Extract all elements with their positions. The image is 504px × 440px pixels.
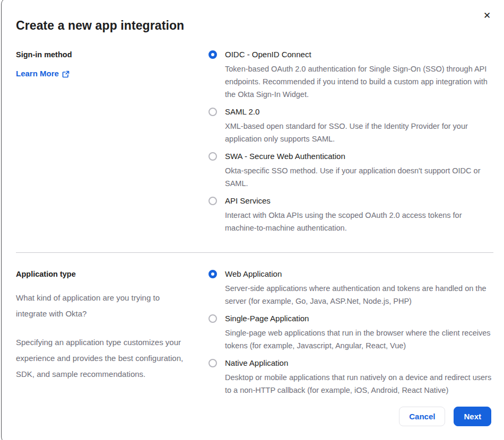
option-label[interactable]: Web Application bbox=[225, 268, 492, 280]
radio-option-spa[interactable]: Single-Page Application Single-page web … bbox=[208, 313, 492, 352]
option-description: Single-page web applications that run in… bbox=[225, 327, 492, 352]
dialog-footer: Cancel Next bbox=[399, 407, 491, 426]
radio-option-swa[interactable]: SWA - Secure Web Authentication Okta-spe… bbox=[208, 151, 492, 190]
radio-button-swa[interactable] bbox=[208, 152, 217, 161]
close-icon[interactable]: ✕ bbox=[481, 10, 493, 22]
option-label[interactable]: SWA - Secure Web Authentication bbox=[225, 151, 492, 162]
option-description: Okta-specific SSO method. Use if your ap… bbox=[225, 164, 492, 190]
signin-method-radio-group: OIDC - OpenID Connect Token-based OAuth … bbox=[208, 49, 493, 234]
radio-option-native-app[interactable]: Native Application Desktop or mobile app… bbox=[208, 357, 492, 397]
section-divider bbox=[16, 252, 493, 253]
option-description: Desktop or mobile applications that run … bbox=[225, 371, 492, 397]
signin-method-section: Sign-in method Learn More bbox=[16, 49, 493, 234]
option-description: XML-based open standard for SSO. Use if … bbox=[225, 120, 492, 145]
learn-more-label: Learn More bbox=[16, 68, 59, 79]
cancel-button[interactable]: Cancel bbox=[399, 407, 445, 426]
radio-option-api-services[interactable]: API Services Interact with Okta APIs usi… bbox=[208, 195, 492, 234]
radio-option-web-app[interactable]: Web Application Server-side applications… bbox=[208, 268, 492, 307]
radio-button-spa[interactable] bbox=[208, 314, 217, 323]
application-type-radio-group: Web Application Server-side applications… bbox=[208, 268, 493, 397]
option-label[interactable]: OIDC - OpenID Connect bbox=[225, 49, 492, 60]
radio-button-web-app[interactable] bbox=[208, 270, 217, 278]
dialog-title: Create a new app integration bbox=[16, 19, 493, 33]
application-type-label: Application type bbox=[16, 268, 193, 279]
option-description: Server-side applications where authentic… bbox=[225, 282, 492, 307]
signin-method-label: Sign-in method bbox=[16, 49, 193, 60]
create-app-integration-dialog: Create a new app integration ✕ Sign-in m… bbox=[1, 0, 504, 440]
application-type-explanation: Specifying an application type customize… bbox=[16, 335, 193, 382]
next-button[interactable]: Next bbox=[454, 407, 491, 426]
radio-button-api-services[interactable] bbox=[208, 197, 217, 205]
radio-option-saml[interactable]: SAML 2.0 XML-based open standard for SSO… bbox=[208, 106, 492, 145]
option-label[interactable]: API Services bbox=[225, 195, 492, 207]
application-type-question: What kind of application are you trying … bbox=[16, 290, 193, 322]
external-link-icon bbox=[62, 70, 69, 77]
application-type-section: Application type What kind of applicatio… bbox=[16, 268, 493, 397]
option-label[interactable]: Native Application bbox=[225, 357, 492, 369]
option-description: Token-based OAuth 2.0 authentication for… bbox=[225, 63, 492, 101]
learn-more-link[interactable]: Learn More bbox=[16, 68, 69, 79]
option-label[interactable]: Single-Page Application bbox=[225, 313, 492, 324]
option-label[interactable]: SAML 2.0 bbox=[225, 106, 492, 118]
radio-button-saml[interactable] bbox=[208, 108, 217, 116]
option-description: Interact with Okta APIs using the scoped… bbox=[225, 209, 492, 234]
radio-button-oidc[interactable] bbox=[208, 50, 217, 59]
radio-option-oidc[interactable]: OIDC - OpenID Connect Token-based OAuth … bbox=[208, 49, 492, 101]
radio-button-native-app[interactable] bbox=[208, 359, 217, 367]
